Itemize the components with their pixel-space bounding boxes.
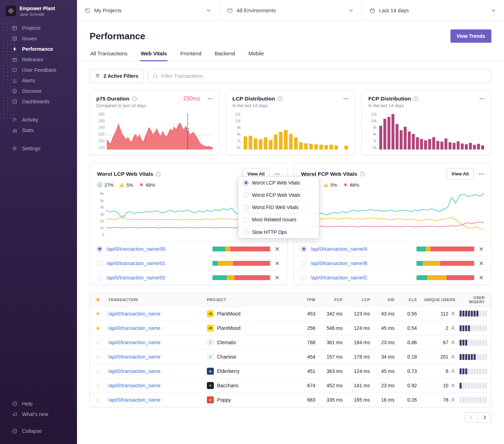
option-radio[interactable]: [243, 193, 248, 198]
project-cell[interactable]: JSPlantMood: [205, 325, 295, 332]
transaction-link[interactable]: /api/0/transaction_name: [106, 368, 205, 374]
transaction-link[interactable]: /api/0/transaction_name/00: [106, 246, 166, 252]
dropdown-option-worst-fid-web-vitals[interactable]: Worst FID Web Vitals: [238, 201, 319, 214]
sidebar-item-issues[interactable]: Issues: [0, 33, 77, 44]
star-icon[interactable]: ☆: [90, 397, 106, 403]
sidebar-item-alerts[interactable]: Alerts: [0, 75, 77, 86]
option-radio[interactable]: [243, 180, 248, 186]
transaction-link[interactable]: /api/0/transaction_name/C: [310, 275, 368, 280]
remove-transaction-icon[interactable]: [478, 261, 484, 266]
project-cell[interactable]: ◆Elderberry: [205, 368, 295, 375]
close-icon: [478, 246, 484, 252]
star-icon[interactable]: ☆: [90, 354, 106, 360]
collapse-icon: [12, 428, 18, 434]
tpm-value: 788: [295, 340, 317, 345]
transaction-link[interactable]: /api/0/transaction_name: [106, 397, 205, 403]
transaction-link[interactable]: /api/0/transaction_name: [106, 325, 205, 331]
more-options-icon[interactable]: [343, 96, 349, 102]
table-row: ★/api/0/transaction_nameJSPlantMood25654…: [90, 321, 491, 335]
org-switcher[interactable]: Empower Plant Jane Schmidt: [0, 0, 77, 23]
transaction-link[interactable]: /api/0/transaction_name: [106, 311, 205, 317]
chevron-down-icon: [348, 8, 354, 13]
fcp-value: 157 ms: [317, 354, 345, 360]
project-filter-dropdown[interactable]: My Projects: [77, 0, 219, 21]
remove-transaction-icon[interactable]: [478, 246, 484, 252]
sidebar-item-help[interactable]: ?Help: [0, 398, 77, 409]
view-all-button[interactable]: View All: [447, 168, 474, 180]
remove-transaction-icon[interactable]: [274, 246, 280, 252]
sidebar-item-stats[interactable]: Stats: [0, 125, 77, 136]
more-options-icon[interactable]: [479, 96, 485, 102]
sidebar-item-discover[interactable]: Discover: [0, 86, 77, 96]
sidebar-item-user-feedback[interactable]: User Feedback: [0, 65, 77, 75]
transaction-radio[interactable]: [97, 275, 102, 280]
dropdown-option-slow-http-ops[interactable]: Slow HTTP Ops: [238, 226, 319, 238]
sidebar-item-what-s-new[interactable]: What’s new: [0, 409, 77, 419]
transaction-list: /api/0/transaction_name/00/api/0/transac…: [90, 242, 287, 285]
transaction-link[interactable]: /api/0/transaction_name: [106, 383, 205, 388]
star-icon[interactable]: ☆: [90, 339, 106, 346]
next-page-button[interactable]: [478, 412, 491, 423]
sidebar-item-collapse[interactable]: Collapse: [0, 426, 77, 436]
transaction-radio[interactable]: [301, 275, 306, 280]
sidebar-item-activity[interactable]: Activity: [0, 115, 77, 125]
more-options-icon[interactable]: [478, 171, 484, 177]
fid-value: 45 ms: [372, 368, 397, 374]
dropdown-option-worst-fcp-web-vitals[interactable]: Worst FCP Web Vitals: [238, 189, 319, 201]
previous-page-button[interactable]: [465, 412, 478, 423]
view-trends-button[interactable]: View Trends: [450, 29, 491, 43]
transaction-link[interactable]: /api/0/transaction_name/02: [106, 275, 166, 280]
environment-filter-dropdown[interactable]: All Environments: [219, 0, 362, 21]
transaction-radio[interactable]: [97, 247, 102, 252]
star-icon[interactable]: ★: [90, 325, 106, 332]
transaction-link[interactable]: /api/0/transaction_name/A: [310, 246, 368, 252]
star-icon[interactable]: ☆: [90, 368, 106, 375]
remove-transaction-icon[interactable]: [478, 275, 484, 280]
option-radio[interactable]: [243, 229, 248, 235]
tab-backend[interactable]: Backend: [214, 47, 236, 61]
more-options-icon[interactable]: [274, 171, 280, 177]
remove-transaction-icon[interactable]: [274, 275, 280, 280]
transaction-link[interactable]: /api/0/transaction_name/01: [106, 261, 166, 266]
transaction-link[interactable]: /api/0/transaction_name/B: [310, 261, 368, 266]
dropdown-option-worst-lcp-web-vitals[interactable]: Worst LCP Web Vitals: [238, 177, 319, 189]
tpm-value: 256: [295, 325, 317, 331]
sidebar-item-settings[interactable]: Settings: [0, 143, 77, 154]
vitals-transaction-row: /api/0/transaction_name/A: [294, 242, 491, 256]
y-axis-labels: 260250240230220210: [96, 112, 107, 150]
transaction-link[interactable]: /api/0/transaction_name: [106, 340, 205, 345]
star-icon[interactable]: ★: [90, 296, 106, 303]
star-icon[interactable]: ☆: [90, 382, 106, 389]
person-icon: [450, 354, 455, 359]
remove-transaction-icon[interactable]: [274, 261, 280, 266]
date-range-dropdown[interactable]: Last 14 days: [362, 0, 504, 21]
tab-mobile[interactable]: Mobile: [248, 47, 265, 61]
transaction-list: /api/0/transaction_name/A/api/0/transact…: [294, 242, 491, 285]
active-filters-button[interactable]: 2 Active Filters: [90, 69, 144, 83]
main-area: My Projects All Environments Last 14 day…: [77, 0, 504, 444]
project-cell[interactable]: ×Baccharis: [205, 382, 295, 389]
search-input[interactable]: [161, 73, 486, 79]
project-cell[interactable]: VClematis: [205, 339, 295, 346]
project-cell[interactable]: ePoppy: [205, 396, 295, 403]
more-options-icon[interactable]: [207, 96, 213, 102]
sidebar-item-dashboards[interactable]: Dashboards: [0, 96, 77, 107]
sidebar-item-performance[interactable]: Performance: [0, 44, 77, 54]
transaction-link[interactable]: /api/0/transaction_name: [106, 354, 205, 360]
transaction-radio[interactable]: [301, 261, 306, 266]
option-radio[interactable]: [243, 205, 248, 210]
dropdown-option-most-related-issues[interactable]: Most Related Issues: [238, 214, 319, 226]
page-title: Performance: [90, 31, 145, 42]
project-cell[interactable]: JSPlantMood: [205, 310, 295, 317]
star-icon[interactable]: ★: [90, 310, 106, 317]
column-header-tpm: TPM: [295, 298, 317, 302]
project-cell[interactable]: VChamise: [205, 353, 295, 360]
sidebar-item-releases[interactable]: Releases: [0, 54, 77, 65]
tab-web-vitals[interactable]: Web Vitals: [140, 47, 168, 61]
sidebar-item-projects[interactable]: Projects: [0, 23, 77, 33]
transaction-radio[interactable]: [301, 247, 306, 252]
tab-all-transactions[interactable]: All Transactions: [90, 47, 128, 61]
option-radio[interactable]: [243, 217, 248, 222]
tab-frontend[interactable]: Frontend: [180, 47, 202, 61]
transaction-radio[interactable]: [97, 261, 102, 266]
